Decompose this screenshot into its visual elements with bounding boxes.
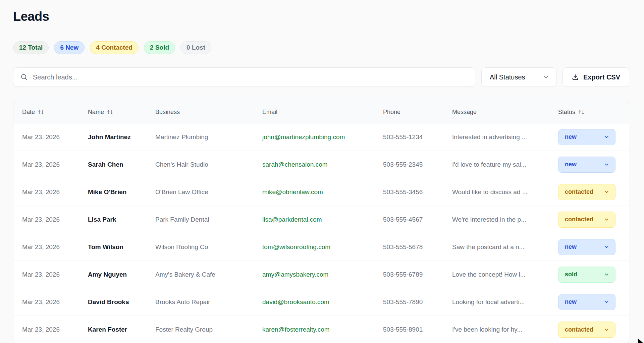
- cell-status: new: [558, 129, 628, 145]
- cell-date: Mar 23, 2026: [22, 133, 88, 141]
- cell-business: Chen's Hair Studio: [155, 161, 262, 168]
- cell-email: mike@obrienlaw.com: [262, 188, 383, 196]
- cell-business: Park Family Dental: [155, 216, 262, 223]
- cell-message: We're interested in the p...: [452, 216, 558, 223]
- cell-email: john@martinezplumbing.com: [262, 133, 383, 141]
- cell-message: Would like to discuss ad ...: [452, 188, 558, 196]
- export-csv-button[interactable]: Export CSV: [562, 67, 629, 87]
- status-select[interactable]: new: [558, 294, 615, 310]
- cell-name: David Brooks: [88, 298, 155, 306]
- sort-icon: ↑↓: [106, 109, 114, 115]
- chevron-down-icon: [604, 272, 609, 277]
- cell-business: Martinez Plumbing: [155, 133, 262, 141]
- toolbar: All Statuses Export CSV: [13, 67, 629, 87]
- email-link[interactable]: david@brooksauto.com: [262, 298, 329, 305]
- cell-business: Brooks Auto Repair: [155, 298, 262, 306]
- search-box[interactable]: [13, 67, 475, 87]
- cell-date: Mar 23, 2026: [22, 326, 88, 333]
- cell-name: Lisa Park: [88, 216, 155, 223]
- cell-date: Mar 23, 2026: [22, 188, 88, 196]
- status-filter-dropdown[interactable]: All Statuses: [481, 67, 556, 87]
- column-header-date[interactable]: Date ↑↓: [22, 109, 88, 116]
- cell-email: sarah@chensalon.com: [262, 161, 383, 168]
- status-select[interactable]: new: [558, 129, 615, 145]
- table-row: Mar 23, 2026 Sarah Chen Chen's Hair Stud…: [13, 151, 629, 178]
- column-header-status[interactable]: Status ↑↓: [558, 109, 628, 116]
- cell-date: Mar 23, 2026: [22, 216, 88, 223]
- leads-table: Date ↑↓ Name ↑↓ Business Email Phone Mes…: [13, 101, 629, 343]
- cell-business: O'Brien Law Office: [155, 188, 262, 196]
- cell-phone: 503-555-6789: [383, 271, 452, 278]
- status-select[interactable]: contacted: [558, 184, 615, 200]
- cell-phone: 503-555-3456: [383, 188, 452, 196]
- cell-status: new: [558, 157, 628, 173]
- table-row: Mar 23, 2026 David Brooks Brooks Auto Re…: [13, 288, 629, 316]
- table-row: Mar 23, 2026 Karen Foster Foster Realty …: [13, 316, 629, 343]
- cell-name: Tom Wilson: [88, 243, 155, 251]
- summary-badge-total: 12 Total: [13, 41, 49, 54]
- cell-name: John Martinez: [88, 133, 155, 141]
- cell-status: contacted: [558, 212, 628, 228]
- leads-page: Leads 12 Total6 New4 Contacted2 Sold0 Lo…: [0, 0, 644, 343]
- chevron-down-icon: [604, 162, 609, 167]
- status-select[interactable]: new: [558, 239, 615, 255]
- summary-badge-sold: 2 Sold: [144, 41, 175, 54]
- download-icon: [572, 73, 579, 81]
- chevron-down-icon: [604, 299, 609, 305]
- cell-name: Mike O'Brien: [88, 188, 155, 196]
- status-select[interactable]: new: [558, 157, 615, 173]
- cell-phone: 503-555-8901: [383, 326, 452, 333]
- cell-business: Foster Realty Group: [155, 326, 262, 333]
- table-row: Mar 23, 2026 John Martinez Martinez Plum…: [13, 123, 629, 151]
- cell-business: Amy's Bakery & Cafe: [155, 271, 262, 278]
- search-icon: [20, 73, 28, 81]
- summary-badges: 12 Total6 New4 Contacted2 Sold0 Lost: [13, 41, 629, 54]
- cell-email: karen@fosterrealty.com: [262, 326, 383, 333]
- email-link[interactable]: tom@wilsonroofing.com: [262, 243, 330, 250]
- status-select[interactable]: contacted: [558, 322, 615, 338]
- table-header-row: Date ↑↓ Name ↑↓ Business Email Phone Mes…: [13, 101, 629, 123]
- chevron-down-icon: [604, 327, 609, 333]
- summary-badge-new: 6 New: [54, 41, 85, 54]
- status-select[interactable]: contacted: [558, 212, 615, 228]
- cell-phone: 503-555-4567: [383, 216, 452, 223]
- cell-status: new: [558, 239, 628, 255]
- email-link[interactable]: karen@fosterrealty.com: [262, 326, 330, 333]
- cell-date: Mar 23, 2026: [22, 271, 88, 278]
- column-header-email: Email: [262, 109, 383, 116]
- cell-business: Wilson Roofing Co: [155, 243, 262, 251]
- cell-email: amy@amysbakery.com: [262, 271, 383, 278]
- page-title: Leads: [13, 9, 629, 24]
- search-input[interactable]: [33, 73, 468, 81]
- email-link[interactable]: amy@amysbakery.com: [262, 271, 328, 278]
- export-csv-label: Export CSV: [583, 73, 620, 81]
- cell-name: Amy Nguyen: [88, 271, 155, 278]
- cell-status: sold: [558, 267, 628, 283]
- cell-message: I'd love to feature my sal...: [452, 161, 558, 168]
- status-filter-value: All Statuses: [490, 73, 525, 81]
- cell-email: lisa@parkdental.com: [262, 216, 383, 223]
- column-header-business: Business: [155, 109, 262, 116]
- chevron-down-icon: [543, 74, 549, 80]
- cell-message: Saw the postcard at a n...: [452, 243, 558, 251]
- email-link[interactable]: john@martinezplumbing.com: [262, 133, 345, 140]
- cell-status: contacted: [558, 184, 628, 200]
- cell-message: Looking for local adverti...: [452, 298, 558, 306]
- column-header-phone: Phone: [383, 109, 452, 116]
- table-row: Mar 23, 2026 Amy Nguyen Amy's Bakery & C…: [13, 261, 629, 288]
- table-row: Mar 23, 2026 Tom Wilson Wilson Roofing C…: [13, 233, 629, 261]
- chevron-down-icon: [604, 189, 609, 195]
- cell-date: Mar 23, 2026: [22, 298, 88, 306]
- cell-message: Interested in advertising ...: [452, 133, 558, 141]
- cell-message: Love the concept! How l...: [452, 271, 558, 278]
- status-select[interactable]: sold: [558, 267, 615, 283]
- column-header-message: Message: [452, 109, 558, 116]
- column-header-name[interactable]: Name ↑↓: [88, 109, 155, 116]
- email-link[interactable]: mike@obrienlaw.com: [262, 188, 323, 195]
- cell-email: tom@wilsonroofing.com: [262, 243, 383, 251]
- cell-message: I've been looking for hy...: [452, 326, 558, 333]
- cell-date: Mar 23, 2026: [22, 243, 88, 251]
- email-link[interactable]: sarah@chensalon.com: [262, 161, 328, 168]
- email-link[interactable]: lisa@parkdental.com: [262, 216, 322, 223]
- sort-icon: ↑↓: [37, 109, 45, 115]
